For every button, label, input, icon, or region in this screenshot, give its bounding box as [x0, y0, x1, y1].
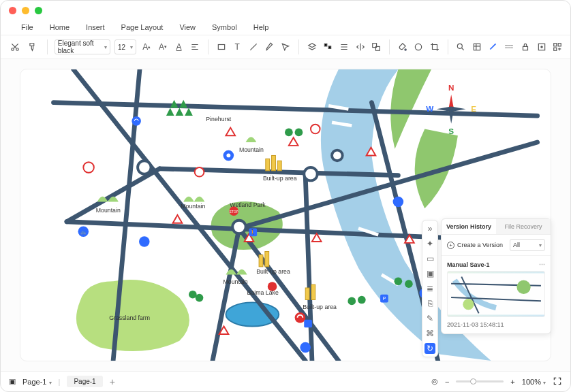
svg-point-7 — [458, 44, 463, 48]
svg-point-6 — [416, 44, 422, 50]
svg-text:P: P — [383, 296, 386, 301]
pen-tool[interactable] — [264, 39, 276, 54]
svg-rect-29 — [272, 155, 276, 170]
menu-view[interactable]: View — [179, 23, 196, 31]
compass-tool-icon[interactable]: ✦ — [425, 238, 435, 249]
svg-point-5 — [405, 49, 406, 50]
more-tools-button[interactable] — [551, 39, 564, 54]
flip-button[interactable] — [354, 39, 367, 54]
svg-point-1 — [16, 48, 19, 51]
svg-point-74 — [516, 280, 530, 294]
svg-point-20 — [285, 129, 293, 137]
page-selector[interactable]: Page-1 ▾ — [22, 378, 52, 386]
focus-button[interactable] — [536, 39, 548, 54]
cut-button[interactable] — [7, 39, 22, 54]
svg-rect-31 — [259, 255, 263, 267]
font-family-select[interactable]: Elegant soft black▾ — [55, 39, 110, 54]
shapes-panel-icon[interactable]: ▭ — [425, 253, 435, 264]
layers-button[interactable] — [306, 39, 318, 54]
comments-panel-icon[interactable]: ✎ — [425, 313, 435, 324]
svg-rect-33 — [305, 288, 309, 300]
menu-insert[interactable]: Insert — [86, 23, 105, 31]
collapse-panel-button[interactable]: » — [425, 223, 435, 234]
svg-point-39 — [195, 167, 204, 177]
zoom-in-button[interactable]: + — [510, 378, 514, 386]
svg-rect-2 — [218, 45, 224, 50]
svg-rect-28 — [266, 159, 270, 171]
text-tool[interactable]: T — [231, 39, 243, 54]
lock-button[interactable] — [519, 39, 531, 54]
link-panel-icon[interactable]: ⌘ — [425, 328, 435, 339]
svg-text:🚲: 🚲 — [80, 229, 87, 235]
svg-text:Wetland Park: Wetland Park — [230, 201, 266, 208]
search-button[interactable] — [455, 39, 467, 54]
text-style-button[interactable]: A — [173, 39, 185, 54]
version-thumbnail — [447, 271, 545, 317]
svg-text:W: W — [426, 104, 433, 113]
close-window-button[interactable] — [9, 7, 16, 14]
version-filter-select[interactable]: All▾ — [510, 239, 545, 251]
svg-point-44 — [393, 197, 404, 208]
svg-point-46 — [300, 342, 311, 353]
menu-bar: File Home Insert Page Layout View Symbol… — [1, 20, 570, 35]
version-timestamp: 2021-11-03 15:48:11 — [447, 321, 545, 328]
font-family-value: Elegant soft black — [58, 39, 104, 54]
page-tab-1[interactable]: Page-1 — [67, 376, 102, 387]
menu-page-layout[interactable]: Page Layout — [121, 23, 164, 31]
toolbar: Elegant soft black▾ 12▾ A▴ A▾ A T — [1, 35, 570, 59]
history-panel-icon[interactable]: ↻ — [425, 343, 435, 354]
group-button[interactable] — [370, 39, 382, 54]
distribute-button[interactable] — [338, 39, 350, 54]
clipboard-panel-icon[interactable]: ⎘ — [425, 298, 435, 309]
minimize-window-button[interactable] — [22, 7, 29, 14]
svg-point-43 — [139, 236, 150, 247]
table-button[interactable] — [471, 39, 483, 54]
zoom-slider[interactable] — [456, 380, 504, 382]
crop-button[interactable] — [429, 39, 441, 54]
pointer-tool[interactable] — [279, 39, 292, 54]
rectangle-tool[interactable] — [215, 39, 228, 54]
zoom-level[interactable]: 100% ▾ — [522, 378, 546, 386]
decrease-font-button[interactable]: A▾ — [157, 39, 169, 54]
menu-home[interactable]: Home — [50, 23, 70, 31]
fullscreen-button[interactable] — [553, 376, 562, 387]
version-more-icon[interactable]: ⋯ — [539, 261, 545, 268]
page-view-icon[interactable]: ▣ — [9, 377, 16, 386]
menu-file[interactable]: File — [21, 23, 33, 31]
svg-point-73 — [463, 299, 474, 310]
increase-font-button[interactable]: A▴ — [140, 39, 153, 54]
add-page-button[interactable]: + — [110, 376, 115, 387]
menu-help[interactable]: Help — [253, 23, 269, 31]
font-size-select[interactable]: 12▾ — [114, 39, 136, 54]
svg-point-19 — [332, 150, 343, 161]
tab-file-recovery[interactable]: File Recovery — [496, 219, 551, 234]
side-toolbar: » ✦ ▭ ▣ ≣ ⎘ ✎ ⌘ ↻ — [422, 220, 438, 357]
shape-style-button[interactable] — [412, 39, 425, 54]
version-item[interactable]: Manual Save-1 ⋯ 2021-11-03 15:48:11 — [442, 256, 551, 333]
dash-style-button[interactable] — [503, 39, 515, 54]
fill-color-button[interactable] — [397, 39, 409, 54]
format-painter-button[interactable] — [25, 39, 40, 54]
layers-panel-icon[interactable]: ≣ — [425, 283, 435, 294]
svg-point-21 — [295, 129, 303, 137]
presentation-mode-icon[interactable]: ◎ — [431, 377, 438, 386]
svg-point-35 — [132, 116, 141, 126]
svg-point-22 — [395, 277, 403, 285]
svg-text:STOP: STOP — [230, 210, 238, 214]
svg-rect-32 — [265, 252, 269, 267]
line-style-button[interactable] — [487, 39, 499, 54]
svg-rect-13 — [558, 44, 561, 46]
svg-point-0 — [12, 48, 14, 51]
zoom-out-button[interactable]: − — [445, 378, 449, 386]
svg-rect-12 — [554, 44, 557, 46]
align-objects-button[interactable] — [322, 39, 334, 54]
maximize-window-button[interactable] — [35, 7, 42, 14]
create-version-button[interactable]: + Create a Version — [447, 242, 503, 249]
svg-text:🚶: 🚶 — [249, 229, 256, 235]
line-tool[interactable] — [247, 39, 260, 54]
image-panel-icon[interactable]: ▣ — [425, 268, 435, 279]
svg-text:N: N — [448, 83, 454, 92]
align-button[interactable] — [189, 39, 201, 54]
tab-version-history[interactable]: Version History — [442, 219, 496, 234]
menu-symbol[interactable]: Symbol — [212, 23, 237, 31]
